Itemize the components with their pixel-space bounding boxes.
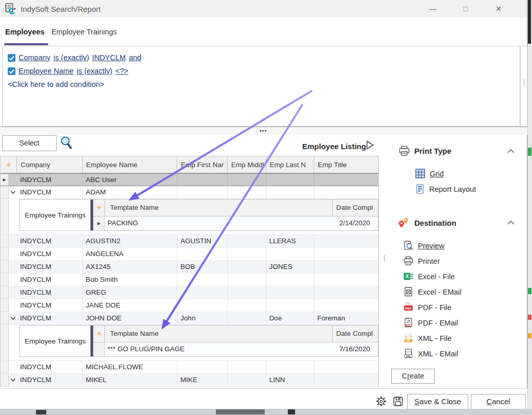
cell-middle[interactable] — [228, 261, 266, 273]
cell-middle[interactable] — [228, 312, 266, 324]
destination-pdf-email[interactable]: PDF PDF - EMail — [403, 318, 458, 328]
add-condition-link[interactable]: <Click here to add condition> — [8, 78, 515, 91]
table-row[interactable]: INDYCLM JOHN DOE John Doe Foreman — [1, 312, 378, 325]
horizontal-splitter[interactable]: ••• — [0, 127, 527, 135]
cell-company[interactable]: INDYCLM — [17, 361, 83, 373]
detail-column-template[interactable]: Template Name — [105, 326, 333, 342]
cell-last[interactable] — [266, 274, 315, 286]
destination-excel-email-label[interactable]: Excel - EMail — [418, 288, 462, 296]
cell-name[interactable]: ABC User — [83, 174, 177, 186]
cell-company[interactable]: INDYCLM — [17, 274, 83, 286]
play-icon[interactable] — [365, 140, 375, 150]
cell-middle[interactable] — [228, 374, 266, 386]
detail-column-date[interactable]: Date Compl — [333, 326, 378, 342]
condition-row-company[interactable]: Company is (exactly) INDYCLM and — [8, 51, 515, 64]
print-type-grid-option[interactable]: Grid — [415, 169, 444, 178]
cell-date-completed[interactable]: 2/14/2020 — [333, 216, 378, 230]
destination-excel-file[interactable]: X Excel - File — [403, 272, 455, 281]
destination-excel-file-label[interactable]: Excel - File — [418, 273, 455, 281]
cell-title[interactable] — [314, 186, 378, 199]
cell-middle[interactable] — [228, 361, 266, 373]
print-type-section-header[interactable]: Print Type — [399, 146, 451, 156]
detail-data-row[interactable]: ▶ PACKING 2/14/2020 — [94, 216, 378, 230]
destination-xml-email-label[interactable]: XML - EMail — [418, 350, 458, 358]
cell-middle[interactable] — [228, 274, 266, 286]
cell-title[interactable] — [314, 174, 378, 186]
cell-company[interactable]: INDYCLM — [17, 312, 83, 324]
cell-middle[interactable] — [228, 299, 266, 312]
cell-template-name[interactable]: PACKING — [105, 216, 333, 230]
destination-preview-label[interactable]: Preview — [418, 242, 445, 250]
cell-title[interactable] — [314, 261, 378, 273]
cell-company[interactable]: INDYCLM — [17, 248, 83, 260]
cell-last[interactable] — [266, 299, 315, 312]
cell-first[interactable]: AGUSTIN — [177, 235, 228, 247]
cell-middle[interactable] — [228, 248, 266, 260]
cell-name[interactable]: MIKEL — [83, 374, 177, 386]
condition-field[interactable]: Employee Name — [19, 67, 74, 75]
cell-name[interactable]: ADAM — [83, 186, 177, 199]
cell-first[interactable] — [177, 299, 228, 312]
close-button[interactable]: ✕ — [491, 5, 506, 13]
collapse-chevron-icon[interactable] — [9, 374, 17, 386]
condition-value[interactable]: <?> — [115, 67, 128, 75]
cell-last[interactable]: LINN — [266, 374, 315, 386]
table-row[interactable]: INDYCLM AGUSTIN2 AGUSTIN LLERAS — [1, 235, 378, 248]
column-header-emp-title[interactable]: Emp Title — [314, 156, 378, 173]
vertical-splitter[interactable]: ⋮ — [381, 254, 388, 262]
cell-first[interactable] — [177, 286, 228, 299]
grid-option-label[interactable]: Grid — [430, 170, 444, 178]
cell-middle[interactable] — [228, 286, 266, 299]
collapse-chevron-icon[interactable] — [9, 312, 17, 324]
cell-last[interactable] — [266, 248, 315, 260]
detail-column-template[interactable]: Template Name — [105, 200, 333, 216]
condition-panel-grip[interactable]: ⋮ — [520, 46, 527, 127]
cell-company[interactable]: INDYCLM — [17, 235, 83, 247]
cell-title[interactable] — [314, 235, 378, 247]
cell-last[interactable]: LLERAS — [266, 235, 315, 247]
cell-company[interactable]: INDYCLM — [17, 174, 83, 186]
condition-value[interactable]: INDYCLM — [92, 53, 125, 62]
cell-title[interactable] — [314, 299, 378, 312]
cell-first[interactable]: John — [177, 312, 228, 324]
cell-middle[interactable] — [228, 186, 266, 199]
cell-first[interactable] — [177, 361, 228, 373]
cell-last[interactable] — [266, 174, 315, 186]
cell-middle[interactable] — [228, 174, 266, 186]
checkbox-checked-icon[interactable] — [8, 67, 15, 75]
column-header-emp-middle[interactable]: Emp Middl — [228, 156, 266, 173]
cell-name[interactable]: Bob Smith — [83, 274, 177, 286]
cell-first[interactable]: BOB — [177, 261, 228, 273]
cell-name[interactable]: AGUSTIN2 — [83, 235, 177, 247]
cell-first[interactable] — [177, 186, 228, 199]
destination-excel-email[interactable]: Excel - EMail — [403, 287, 462, 297]
cell-company[interactable]: INDYCLM — [17, 374, 83, 386]
destination-xml-file-label[interactable]: XML - File — [418, 334, 452, 342]
cell-title[interactable] — [314, 374, 378, 386]
table-row[interactable]: INDYCLM GREG — [1, 286, 378, 299]
maximize-button[interactable]: □ — [458, 5, 473, 13]
create-button[interactable]: Create — [391, 369, 435, 384]
cell-last[interactable]: Doe — [266, 312, 315, 324]
detail-tab-label[interactable]: Employee Trainings — [20, 200, 90, 230]
cell-date-completed[interactable]: 7/16/2020 — [333, 342, 378, 356]
destination-printer[interactable]: Printer — [403, 256, 440, 266]
table-row[interactable]: ▶ INDYCLM ABC User — [1, 173, 378, 186]
cell-title[interactable] — [314, 274, 378, 286]
save-icon[interactable] — [393, 396, 403, 407]
cell-first[interactable] — [177, 274, 228, 286]
destination-pdf-file[interactable]: PDF PDF - File — [403, 302, 451, 312]
table-row[interactable]: INDYCLM MIKEL MIKE LINN — [1, 374, 378, 387]
cell-title[interactable]: Foreman — [314, 312, 378, 324]
cell-last[interactable] — [266, 361, 315, 373]
print-type-report-layout-option[interactable]: Report Layout — [415, 184, 476, 194]
cell-title[interactable] — [314, 286, 378, 299]
column-header-company[interactable]: Company — [17, 156, 83, 173]
cell-name[interactable]: JOHN DOE — [83, 312, 177, 324]
condition-field[interactable]: Company — [19, 53, 50, 62]
condition-operator[interactable]: is (exactly) — [77, 67, 112, 75]
cell-last[interactable] — [266, 186, 315, 199]
destination-xml-file[interactable]: </> XML XML - File — [403, 333, 452, 343]
collapse-chevron-icon[interactable] — [9, 186, 17, 199]
tab-employees[interactable]: Employees — [5, 28, 45, 36]
